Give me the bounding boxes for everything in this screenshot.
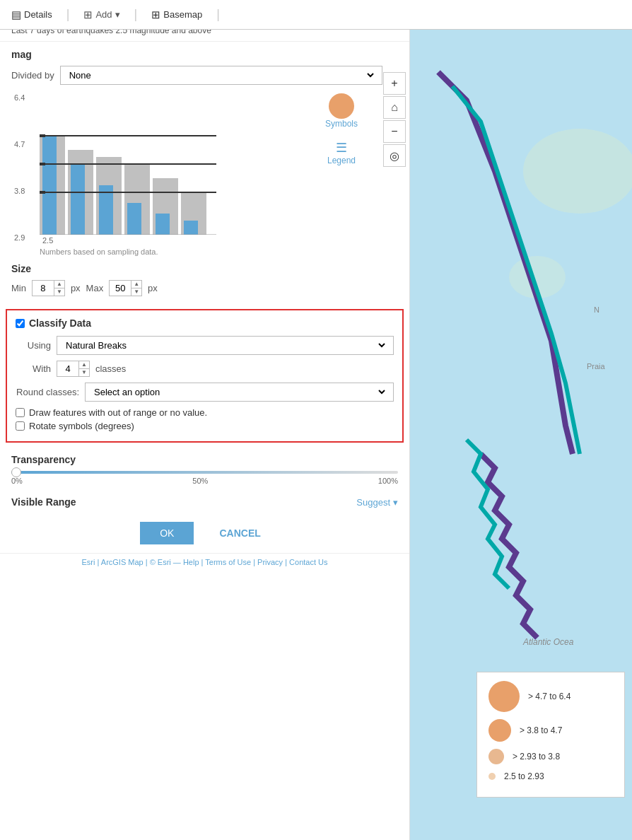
size-row: Min ▲ ▼ px Max ▲ ▼ px xyxy=(11,280,398,296)
classify-title: Classify Data xyxy=(29,317,91,329)
max-spin-down[interactable]: ▼ xyxy=(131,288,141,296)
locate-button[interactable]: ◎ xyxy=(383,144,406,167)
round-select-wrapper[interactable]: Select an option 0.1 0.01 1 10 100 xyxy=(85,383,394,402)
classify-checkbox[interactable] xyxy=(16,319,25,328)
add-label: Add xyxy=(95,9,112,20)
draw-features-check: Draw features with out of range or no va… xyxy=(16,407,394,418)
legend-icon: ☰ xyxy=(336,140,347,156)
basemap-icon: ⊞ xyxy=(151,8,160,21)
ok-button[interactable]: OK xyxy=(140,522,194,544)
y-label-top: 6.4 xyxy=(14,93,25,102)
legend-button[interactable]: ☰ Legend xyxy=(327,140,356,165)
max-input-wrap: ▲ ▼ xyxy=(109,280,142,296)
legend-item-1: > 4.7 to 6.4 xyxy=(488,681,613,712)
svg-rect-14 xyxy=(71,164,85,235)
max-label: Max xyxy=(86,283,104,293)
legend-item-4: 2.5 to 2.93 xyxy=(488,771,613,781)
divided-by-select-wrapper[interactable]: None Population Area xyxy=(60,66,382,85)
svg-text:Atlantic Ocea: Atlantic Ocea xyxy=(522,637,574,647)
legend-item-2: > 3.8 to 4.7 xyxy=(488,719,613,742)
pct-100-label: 100% xyxy=(378,477,398,485)
classes-spin-down[interactable]: ▼ xyxy=(79,369,89,376)
min-label: Min xyxy=(11,283,26,293)
basemap-button[interactable]: ⊞ Basemap xyxy=(148,7,205,23)
min-spinner: ▲ ▼ xyxy=(54,281,64,296)
svg-rect-22 xyxy=(40,163,45,165)
classes-input[interactable] xyxy=(57,362,78,375)
size-label: Size xyxy=(11,263,398,274)
svg-rect-18 xyxy=(184,221,198,235)
classes-input-wrap: ▲ ▼ xyxy=(57,361,90,377)
with-label: With xyxy=(16,363,51,374)
round-select[interactable]: Select an option 0.1 0.01 1 10 100 xyxy=(91,386,387,398)
svg-rect-16 xyxy=(127,203,141,235)
max-px-label: px xyxy=(148,283,158,293)
classes-spinner: ▲ ▼ xyxy=(78,361,89,376)
transparency-thumb[interactable] xyxy=(11,467,21,477)
svg-text:N: N xyxy=(594,305,599,314)
details-button[interactable]: ▤ Details xyxy=(8,7,55,23)
using-select-wrapper[interactable]: Natural Breaks Equal Interval Quantile S… xyxy=(57,336,394,355)
transparency-slider-container xyxy=(11,471,398,474)
divided-by-select[interactable]: None Population Area xyxy=(66,69,376,81)
suggest-chevron: ▾ xyxy=(393,497,398,508)
with-row: With ▲ ▼ classes xyxy=(16,361,394,377)
legend-text-1: > 4.7 to 6.4 xyxy=(528,692,570,701)
cancel-button[interactable]: CANCEL xyxy=(211,522,269,544)
svg-text:Praia: Praia xyxy=(587,362,606,371)
numbers-note: Numbers based on sampling data. xyxy=(40,247,356,256)
action-buttons: OK CANCEL xyxy=(0,513,409,553)
add-button[interactable]: ⊞ Add ▾ xyxy=(81,7,122,23)
mag-section: mag Divided by None Population Area 6.4 … xyxy=(0,42,409,303)
min-spin-up[interactable]: ▲ xyxy=(54,281,64,288)
zoom-in-button[interactable]: + xyxy=(383,72,406,95)
details-icon: ▤ xyxy=(11,8,21,21)
svg-rect-17 xyxy=(156,214,170,235)
legend-circle-2 xyxy=(488,719,511,742)
rotate-symbols-check: Rotate symbols (degrees) xyxy=(16,421,394,431)
legend-circle-4 xyxy=(488,773,496,780)
x-label: 2.5 xyxy=(40,236,356,245)
min-size-input[interactable] xyxy=(33,281,54,295)
pct-50-label: 50% xyxy=(192,477,208,485)
y-label-bottom: 2.9 xyxy=(14,233,25,242)
using-select[interactable]: Natural Breaks Equal Interval Quantile S… xyxy=(63,339,387,351)
rotate-symbols-checkbox[interactable] xyxy=(16,421,25,431)
legend-circle-3 xyxy=(488,749,504,764)
pct-0-label: 0% xyxy=(11,477,23,485)
left-panel: Change Style Last 7 days of earthquakes … xyxy=(0,0,410,840)
legend-text-3: > 2.93 to 3.8 xyxy=(513,752,560,762)
y-label-2: 4.7 xyxy=(14,140,25,148)
max-spinner: ▲ ▼ xyxy=(131,281,141,296)
mag-label: mag xyxy=(11,49,398,60)
max-size-input[interactable] xyxy=(110,281,131,295)
legend-item-3: > 2.93 to 3.8 xyxy=(488,749,613,764)
classes-spin-up[interactable]: ▲ xyxy=(79,361,89,369)
zoom-out-button[interactable]: − xyxy=(383,120,406,143)
histogram-container: 6.4 4.7 3.8 2.9 xyxy=(11,93,398,256)
using-label: Using xyxy=(16,340,51,351)
add-chevron-icon: ▾ xyxy=(115,9,120,20)
visible-range-row: Visible Range Suggest ▾ xyxy=(0,491,409,513)
min-spin-down[interactable]: ▼ xyxy=(54,288,64,296)
visible-range-label: Visible Range xyxy=(11,496,76,508)
draw-features-checkbox[interactable] xyxy=(16,408,25,417)
transparency-track xyxy=(11,471,398,474)
svg-rect-13 xyxy=(42,136,57,235)
home-button[interactable]: ⌂ xyxy=(383,96,406,119)
legend-circle-1 xyxy=(488,681,520,712)
symbols-label: Symbols xyxy=(325,119,358,129)
using-row: Using Natural Breaks Equal Interval Quan… xyxy=(16,336,394,355)
classify-header: Classify Data xyxy=(16,317,394,329)
basemap-label: Basemap xyxy=(163,9,202,20)
divided-by-label: Divided by xyxy=(11,70,54,81)
footer-link[interactable]: Esri | ArcGIS Map | © Esri — Help | Term… xyxy=(0,553,409,571)
histogram-actions: Symbols ☰ Legend xyxy=(325,93,358,165)
max-spin-up[interactable]: ▲ xyxy=(131,281,141,288)
legend-label: Legend xyxy=(327,156,356,165)
symbol-circle-icon xyxy=(329,93,354,119)
add-icon: ⊞ xyxy=(83,8,93,21)
suggest-link[interactable]: Suggest xyxy=(356,497,390,508)
slider-labels: 0% 50% 100% xyxy=(11,477,398,485)
symbols-button[interactable]: Symbols xyxy=(325,93,358,129)
